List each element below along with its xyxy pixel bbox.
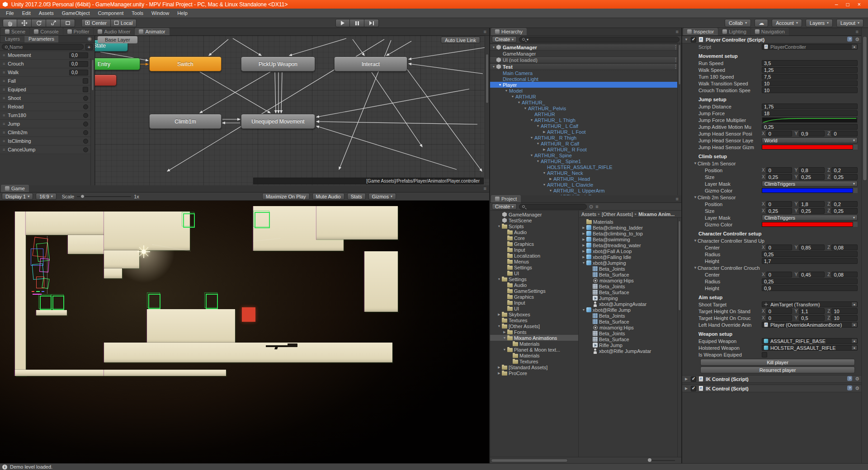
value-field[interactable]: 0 bbox=[766, 244, 792, 250]
expand-arrow-icon[interactable]: ▼ bbox=[497, 83, 503, 86]
project-folder-fonts[interactable]: ▶Fonts bbox=[490, 329, 578, 335]
parameter-value-field[interactable]: 0,0 bbox=[69, 52, 88, 58]
animator-parameter-turn180[interactable]: ≡Turn180 bbox=[0, 111, 94, 120]
kill-player-button[interactable]: Kill player bbox=[700, 359, 855, 366]
value-field[interactable]: 0,25 bbox=[799, 174, 825, 180]
animator-parameter-climb2m[interactable]: ≡Climb2m bbox=[0, 128, 94, 137]
project-asset-mixamorig-hips[interactable]: mixamorig:Hips bbox=[579, 324, 681, 330]
expand-arrow-icon[interactable]: ▼ bbox=[491, 65, 496, 68]
panel-menu-icon[interactable]: ≡ bbox=[484, 186, 486, 191]
project-folder-skyboxes[interactable]: ▶Skyboxes bbox=[490, 311, 578, 317]
object-picker-icon[interactable]: ● bbox=[851, 45, 857, 49]
hierarchy-item-arthur[interactable]: ARTHUR bbox=[490, 111, 681, 117]
transition-arrow[interactable] bbox=[409, 47, 486, 59]
parameter-trigger-radio[interactable] bbox=[83, 113, 88, 118]
game-viewport[interactable] bbox=[0, 201, 489, 463]
panel-menu-icon[interactable]: ≡ bbox=[676, 29, 679, 34]
expand-arrow-icon[interactable]: ▶ bbox=[581, 249, 586, 253]
project-hscrollbar[interactable] bbox=[491, 459, 568, 462]
breadcrumb-item-other-assets[interactable]: [Other Assets] bbox=[602, 212, 633, 217]
value-field[interactable]: 0,25 bbox=[831, 208, 858, 214]
project-folder-settings[interactable]: Settings bbox=[490, 264, 578, 270]
value-field[interactable]: 0,5 bbox=[799, 315, 825, 321]
expand-arrow-icon[interactable]: ▶ bbox=[542, 130, 547, 134]
value-field[interactable]: 0,25 bbox=[831, 174, 858, 180]
tab-scene[interactable]: Scene bbox=[1, 28, 29, 35]
transition-arrow[interactable] bbox=[387, 41, 411, 56]
project-folder-audio[interactable]: Audio bbox=[490, 229, 578, 235]
animator-state-entry[interactable]: Entry bbox=[95, 58, 140, 70]
value-field[interactable]: 0 bbox=[766, 308, 792, 314]
play-button[interactable] bbox=[335, 19, 350, 27]
animator-state-interact[interactable]: Interact bbox=[334, 56, 407, 71]
value-field[interactable]: 0,08 bbox=[831, 272, 858, 277]
maximize-on-play-button[interactable]: Maximize On Play bbox=[262, 193, 310, 200]
drag-handle-icon[interactable]: ≡ bbox=[3, 147, 5, 152]
hierarchy-item-main-camera[interactable]: Main Camera bbox=[490, 70, 681, 76]
menu-gameobject[interactable]: GameObject bbox=[58, 9, 94, 18]
animator-parameter-jump[interactable]: ≡Jump bbox=[0, 120, 94, 128]
drag-handle-icon[interactable]: ≡ bbox=[3, 61, 5, 66]
hierarchy-item-arthur-spine[interactable]: ▼ARTHUR_ Spine bbox=[490, 152, 681, 158]
script-object-field[interactable]: PlayerController ● bbox=[762, 44, 858, 50]
expand-arrow-icon[interactable]: ▼ bbox=[504, 89, 509, 92]
parameter-value-field[interactable]: 0,0 bbox=[69, 70, 88, 75]
transition-arrow[interactable] bbox=[275, 72, 276, 113]
animator-parameter-reload[interactable]: ≡Reload bbox=[0, 103, 94, 111]
animator-parameter-shoot[interactable]: ≡Shoot bbox=[0, 94, 94, 103]
project-folder-input[interactable]: Input bbox=[490, 247, 578, 253]
auto-live-link-button[interactable]: Auto Live Link bbox=[441, 37, 480, 43]
project-asset-xbot-fall-a-loop[interactable]: ▶xbot@Fall A Loop bbox=[579, 248, 681, 254]
expand-arrow-icon[interactable]: ▶ bbox=[496, 371, 502, 375]
hierarchy-item-directional-light[interactable]: Directional Light bbox=[490, 76, 681, 82]
transition-arrow[interactable] bbox=[409, 64, 483, 74]
expand-arrow-icon[interactable]: ▼ bbox=[581, 261, 586, 264]
move-tool-button[interactable] bbox=[17, 19, 32, 27]
value-field[interactable]: 1,25 bbox=[762, 67, 858, 73]
menu-component[interactable]: Component bbox=[94, 9, 127, 18]
pivot-mode-button[interactable]: Center bbox=[81, 19, 111, 27]
parameter-checkbox[interactable] bbox=[83, 78, 88, 84]
subtab-parameters[interactable]: Parameters bbox=[24, 36, 58, 42]
hierarchy-item-arthur-spine1[interactable]: ▼ARTHUR_ Spine1 bbox=[490, 158, 681, 164]
hierarchy-item-arthur[interactable]: ▼ARTHUR_ bbox=[490, 99, 681, 105]
account-button[interactable]: Account▾ bbox=[772, 19, 802, 27]
expand-arrow-icon[interactable]: ▼ bbox=[496, 225, 502, 228]
project-folder-textures[interactable]: Textures bbox=[490, 317, 578, 323]
animator-parameter-fall[interactable]: ≡Fall bbox=[0, 77, 94, 85]
component-header-ik-control-script[interactable]: ▶IK Control (Script)?⚙ bbox=[682, 375, 861, 383]
value-field[interactable]: 0 bbox=[831, 131, 858, 136]
expand-arrow-icon[interactable]: ▼ bbox=[535, 160, 541, 163]
object-field-holstered-weapon[interactable]: HOLSTER_ASSAULT_RIFLE● bbox=[762, 345, 858, 351]
expand-arrow-icon[interactable]: ▼ bbox=[529, 118, 534, 122]
value-field[interactable]: 1,8 bbox=[799, 201, 825, 207]
inspector-scrollbar[interactable] bbox=[861, 28, 868, 463]
scale-slider[interactable] bbox=[77, 196, 131, 197]
hierarchy-item-gamemanager[interactable]: ▼GameManager⋮ bbox=[490, 44, 681, 51]
mute-audio-button[interactable]: Mute Audio bbox=[312, 193, 344, 200]
project-folder-mixamo-animations[interactable]: ▼Mixamo Animations bbox=[490, 335, 578, 341]
tab-animator[interactable]: Animator bbox=[135, 28, 169, 35]
project-asset-beta-surface[interactable]: Beta_Surface bbox=[579, 336, 681, 342]
component-enabled-checkbox[interactable] bbox=[691, 376, 696, 382]
drag-handle-icon[interactable]: ≡ bbox=[3, 87, 5, 92]
expand-arrow-icon[interactable]: ▶ bbox=[548, 177, 553, 181]
breadcrumb-item-assets[interactable]: Assets bbox=[581, 212, 596, 217]
value-field[interactable]: 1,1 bbox=[799, 308, 825, 314]
resurrect-player-button[interactable]: Resurrect player bbox=[700, 367, 855, 373]
layout-button[interactable]: Layout▾ bbox=[836, 19, 863, 27]
expand-arrow-icon[interactable]: ▼ bbox=[496, 324, 502, 328]
color-swatch[interactable] bbox=[762, 222, 858, 227]
animator-state-unequiped-movement[interactable]: Unequiped Movement bbox=[241, 114, 315, 129]
foldout-arrow-icon[interactable]: ▼ bbox=[693, 161, 698, 165]
expand-arrow-icon[interactable]: ▼ bbox=[502, 336, 507, 339]
dropdown-layer-mask[interactable]: ClimbTriggers▾ bbox=[762, 181, 858, 187]
expand-arrow-icon[interactable]: ▶ bbox=[542, 148, 547, 151]
add-parameter-button[interactable]: + bbox=[85, 44, 93, 50]
component-enabled-checkbox[interactable] bbox=[691, 386, 696, 391]
hierarchy-item-arthur-l-foot[interactable]: ▶ARTHUR_ L Foot bbox=[490, 129, 681, 135]
value-field[interactable]: 1,7 bbox=[762, 258, 858, 264]
parameter-search-input[interactable]: Name bbox=[2, 44, 84, 50]
project-folder-gamemanager[interactable]: GameManager bbox=[490, 212, 578, 217]
foldout-climb-1m-sensor[interactable]: ▼Climb 1m Sensor bbox=[682, 160, 861, 167]
